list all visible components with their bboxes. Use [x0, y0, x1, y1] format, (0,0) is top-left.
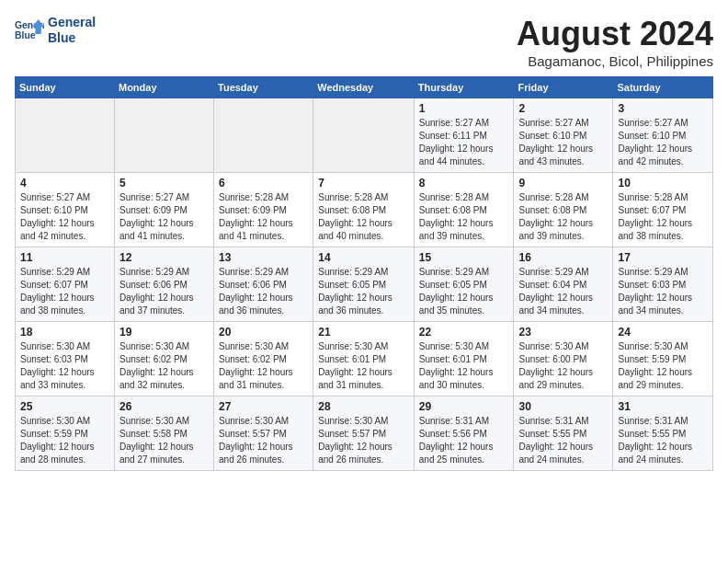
calendar-cell: 23Sunrise: 5:30 AMSunset: 6:00 PMDayligh…	[514, 322, 613, 396]
day-number: 4	[20, 177, 109, 190]
day-number: 30	[518, 400, 608, 413]
day-info: Sunrise: 5:30 AMSunset: 6:00 PMDaylight:…	[518, 340, 608, 392]
day-number: 15	[419, 251, 509, 264]
day-number: 26	[119, 400, 209, 413]
day-info: Sunrise: 5:28 AMSunset: 6:08 PMDaylight:…	[518, 191, 608, 243]
calendar-cell: 12Sunrise: 5:29 AMSunset: 6:06 PMDayligh…	[114, 247, 213, 322]
day-info: Sunrise: 5:31 AMSunset: 5:55 PMDaylight:…	[618, 415, 708, 466]
day-info: Sunrise: 5:30 AMSunset: 6:02 PMDaylight:…	[219, 340, 308, 392]
header: General Blue General Blue August 2024 Ba…	[15, 15, 713, 69]
calendar-cell: 5Sunrise: 5:27 AMSunset: 6:09 PMDaylight…	[114, 173, 213, 247]
day-number: 28	[318, 400, 409, 413]
day-info: Sunrise: 5:30 AMSunset: 5:57 PMDaylight:…	[219, 415, 308, 466]
day-number: 23	[518, 326, 608, 339]
month-year-title: August 2024	[517, 15, 713, 53]
calendar-cell: 21Sunrise: 5:30 AMSunset: 6:01 PMDayligh…	[313, 322, 415, 396]
day-info: Sunrise: 5:31 AMSunset: 5:55 PMDaylight:…	[518, 415, 608, 466]
day-number: 8	[419, 177, 509, 190]
day-info: Sunrise: 5:30 AMSunset: 5:57 PMDaylight:…	[318, 415, 409, 466]
day-number: 21	[318, 326, 409, 339]
day-number: 5	[119, 177, 209, 190]
calendar-cell	[313, 98, 415, 173]
day-number: 12	[119, 251, 209, 264]
weekday-header-sunday: Sunday	[16, 77, 115, 98]
calendar-cell: 20Sunrise: 5:30 AMSunset: 6:02 PMDayligh…	[214, 322, 313, 396]
day-info: Sunrise: 5:30 AMSunset: 5:59 PMDaylight:…	[20, 415, 109, 466]
calendar-cell: 18Sunrise: 5:30 AMSunset: 6:03 PMDayligh…	[16, 322, 115, 396]
day-number: 18	[20, 326, 109, 339]
calendar-cell: 9Sunrise: 5:28 AMSunset: 6:08 PMDaylight…	[514, 173, 613, 247]
logo: General Blue General Blue	[15, 15, 96, 46]
calendar-cell: 11Sunrise: 5:29 AMSunset: 6:07 PMDayligh…	[16, 247, 115, 322]
weekday-header-wednesday: Wednesday	[313, 77, 415, 98]
day-number: 29	[419, 400, 509, 413]
title-block: August 2024 Bagamanoc, Bicol, Philippine…	[517, 15, 713, 69]
logo-text-general: General	[48, 15, 96, 30]
calendar-cell: 29Sunrise: 5:31 AMSunset: 5:56 PMDayligh…	[414, 396, 514, 471]
day-info: Sunrise: 5:28 AMSunset: 6:08 PMDaylight:…	[318, 191, 409, 243]
day-info: Sunrise: 5:30 AMSunset: 6:01 PMDaylight:…	[419, 340, 509, 392]
calendar-cell: 19Sunrise: 5:30 AMSunset: 6:02 PMDayligh…	[114, 322, 213, 396]
calendar-cell: 1Sunrise: 5:27 AMSunset: 6:11 PMDaylight…	[414, 98, 514, 173]
weekday-header-thursday: Thursday	[414, 77, 514, 98]
calendar-cell: 22Sunrise: 5:30 AMSunset: 6:01 PMDayligh…	[414, 322, 514, 396]
location-subtitle: Bagamanoc, Bicol, Philippines	[517, 53, 713, 69]
day-number: 16	[518, 251, 608, 264]
calendar-cell: 7Sunrise: 5:28 AMSunset: 6:08 PMDaylight…	[313, 173, 415, 247]
calendar-cell	[214, 98, 313, 173]
day-info: Sunrise: 5:28 AMSunset: 6:09 PMDaylight:…	[219, 191, 308, 243]
day-number: 1	[419, 102, 509, 115]
day-info: Sunrise: 5:30 AMSunset: 6:02 PMDaylight:…	[119, 340, 209, 392]
weekday-header-saturday: Saturday	[613, 77, 713, 98]
week-row-3: 11Sunrise: 5:29 AMSunset: 6:07 PMDayligh…	[16, 247, 713, 322]
logo-text-blue: Blue	[48, 30, 96, 46]
week-row-5: 25Sunrise: 5:30 AMSunset: 5:59 PMDayligh…	[16, 396, 713, 471]
calendar-cell: 17Sunrise: 5:29 AMSunset: 6:03 PMDayligh…	[613, 247, 713, 322]
day-number: 22	[419, 326, 509, 339]
day-number: 9	[518, 177, 608, 190]
calendar-cell: 25Sunrise: 5:30 AMSunset: 5:59 PMDayligh…	[16, 396, 115, 471]
calendar-cell	[16, 98, 115, 173]
weekday-header-tuesday: Tuesday	[214, 77, 313, 98]
calendar-cell: 30Sunrise: 5:31 AMSunset: 5:55 PMDayligh…	[514, 396, 613, 471]
week-row-4: 18Sunrise: 5:30 AMSunset: 6:03 PMDayligh…	[16, 322, 713, 396]
day-number: 24	[618, 326, 708, 339]
day-number: 20	[219, 326, 308, 339]
week-row-1: 1Sunrise: 5:27 AMSunset: 6:11 PMDaylight…	[16, 98, 713, 173]
calendar-cell: 4Sunrise: 5:27 AMSunset: 6:10 PMDaylight…	[16, 173, 115, 247]
calendar-cell: 13Sunrise: 5:29 AMSunset: 6:06 PMDayligh…	[214, 247, 313, 322]
day-info: Sunrise: 5:29 AMSunset: 6:06 PMDaylight:…	[219, 266, 308, 317]
day-info: Sunrise: 5:28 AMSunset: 6:08 PMDaylight:…	[419, 191, 509, 243]
day-info: Sunrise: 5:27 AMSunset: 6:10 PMDaylight:…	[20, 191, 109, 243]
day-number: 11	[20, 251, 109, 264]
day-info: Sunrise: 5:27 AMSunset: 6:09 PMDaylight:…	[119, 191, 209, 243]
weekday-header-monday: Monday	[114, 77, 213, 98]
calendar-cell: 3Sunrise: 5:27 AMSunset: 6:10 PMDaylight…	[613, 98, 713, 173]
day-number: 10	[618, 177, 708, 190]
day-number: 2	[518, 102, 608, 115]
calendar-cell	[114, 98, 213, 173]
calendar-cell: 6Sunrise: 5:28 AMSunset: 6:09 PMDaylight…	[214, 173, 313, 247]
calendar-cell: 2Sunrise: 5:27 AMSunset: 6:10 PMDaylight…	[514, 98, 613, 173]
calendar-cell: 14Sunrise: 5:29 AMSunset: 6:05 PMDayligh…	[313, 247, 415, 322]
day-info: Sunrise: 5:29 AMSunset: 6:07 PMDaylight:…	[20, 266, 109, 317]
day-info: Sunrise: 5:28 AMSunset: 6:07 PMDaylight:…	[618, 191, 708, 243]
week-row-2: 4Sunrise: 5:27 AMSunset: 6:10 PMDaylight…	[16, 173, 713, 247]
calendar-cell: 15Sunrise: 5:29 AMSunset: 6:05 PMDayligh…	[414, 247, 514, 322]
weekday-header-row: SundayMondayTuesdayWednesdayThursdayFrid…	[16, 77, 713, 98]
calendar-table: SundayMondayTuesdayWednesdayThursdayFrid…	[15, 76, 713, 471]
day-info: Sunrise: 5:27 AMSunset: 6:10 PMDaylight:…	[518, 117, 608, 168]
day-info: Sunrise: 5:29 AMSunset: 6:05 PMDaylight:…	[419, 266, 509, 317]
day-info: Sunrise: 5:31 AMSunset: 5:56 PMDaylight:…	[419, 415, 509, 466]
day-info: Sunrise: 5:30 AMSunset: 6:03 PMDaylight:…	[20, 340, 109, 392]
day-number: 13	[219, 251, 308, 264]
weekday-header-friday: Friday	[514, 77, 613, 98]
day-number: 19	[119, 326, 209, 339]
day-info: Sunrise: 5:27 AMSunset: 6:10 PMDaylight:…	[618, 117, 708, 168]
generalblue-icon: General Blue	[15, 17, 44, 43]
calendar-cell: 16Sunrise: 5:29 AMSunset: 6:04 PMDayligh…	[514, 247, 613, 322]
day-number: 25	[20, 400, 109, 413]
day-info: Sunrise: 5:29 AMSunset: 6:05 PMDaylight:…	[318, 266, 409, 317]
day-info: Sunrise: 5:30 AMSunset: 5:59 PMDaylight:…	[618, 340, 708, 392]
calendar-cell: 10Sunrise: 5:28 AMSunset: 6:07 PMDayligh…	[613, 173, 713, 247]
